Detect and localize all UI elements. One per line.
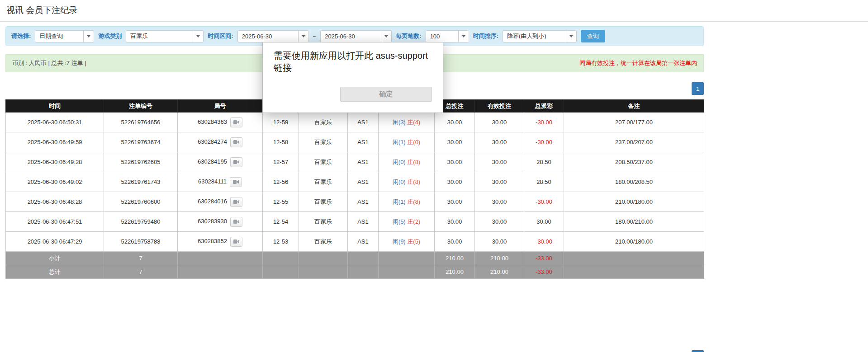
round-number: 630283852 — [198, 238, 227, 244]
result-player: 闲(0) — [393, 178, 406, 185]
table-row: 2025-06-30 06:49:59522619763674630284274… — [6, 132, 704, 152]
table-footer: 小计7210.00210.00-33.00总计7210.00210.00-33.… — [6, 252, 704, 279]
cell-time: 2025-06-30 06:47:29 — [6, 232, 104, 252]
round-number: 630284274 — [198, 138, 227, 145]
cell-valid-bet: 30.00 — [475, 192, 524, 212]
cell-total-bet-link[interactable]: 30.00 — [435, 232, 475, 252]
cell-total-bet-link[interactable]: 30.00 — [435, 192, 475, 212]
video-camera-icon — [233, 219, 239, 224]
chevron-down-icon — [83, 31, 94, 42]
page-size-input[interactable]: 100 — [426, 30, 469, 42]
dialog-confirm-button[interactable]: 确定 — [340, 87, 432, 102]
page-1-button[interactable]: 1 — [692, 350, 704, 352]
cell-round: 630284111 — [178, 172, 263, 192]
cell-total-bet-link[interactable]: 30.00 — [435, 132, 475, 152]
view-video-button[interactable] — [230, 157, 242, 167]
cell-bet-id: 522619759480 — [104, 212, 178, 232]
cell-payout: -30.00 — [524, 113, 564, 132]
date-from-input[interactable]: 2025-06-30 — [237, 30, 309, 42]
search-button[interactable]: 查询 — [581, 30, 605, 42]
table-row: 2025-06-30 06:47:51522619759480630283930… — [6, 212, 704, 232]
cell-total-bet-link[interactable]: 30.00 — [435, 172, 475, 192]
subtotal-row: 小计7210.00210.00-33.00 — [6, 252, 704, 265]
dialog-message: 需要使用新应用以打开此 asus-support 链接 — [274, 50, 432, 74]
total-row: 总计7210.00210.00-33.00 — [6, 265, 704, 279]
cell-game: 百家乐 — [299, 152, 348, 172]
query-type-dropdown[interactable]: 日期查询 — [35, 30, 94, 42]
cell-time: 2025-06-30 06:48:28 — [6, 192, 104, 212]
cell-round: 630284274 — [178, 132, 263, 152]
result-player: 闲(3) — [393, 119, 406, 126]
time-sort-label: 时间排序: — [473, 32, 498, 40]
cell-table-code: AS1 — [348, 113, 379, 132]
cell-valid-bet: 30.00 — [475, 232, 524, 252]
cell-result: 闲(0) 庄(8) — [379, 172, 435, 192]
time-range-label: 时间区间: — [208, 32, 233, 40]
cell-shoe-round: 12-56 — [263, 172, 299, 192]
footer-count: 7 — [104, 252, 178, 265]
result-banker: 庄(2) — [407, 218, 420, 225]
footer-valid-bet: 210.00 — [475, 252, 524, 265]
game-type-dropdown[interactable]: 百家乐 — [126, 30, 204, 42]
cell-bet-id: 522619764656 — [104, 113, 178, 132]
cell-game: 百家乐 — [299, 132, 348, 152]
cell-payout: 28.50 — [524, 152, 564, 172]
cell-time: 2025-06-30 06:49:28 — [6, 152, 104, 172]
cell-shoe-round: 12-59 — [263, 113, 299, 132]
view-video-button[interactable] — [230, 237, 242, 247]
footer-payout: -33.00 — [524, 265, 564, 279]
footer-empty — [348, 252, 379, 265]
cell-round: 630284016 — [178, 192, 263, 212]
footer-empty — [299, 252, 348, 265]
cell-note: 237.00/207.00 — [564, 132, 704, 152]
date-from-value: 2025-06-30 — [238, 31, 298, 42]
footer-total-bet: 210.00 — [435, 252, 475, 265]
cell-note: 180.00/210.00 — [564, 212, 704, 232]
page-size-label: 每页笔数: — [396, 32, 421, 40]
video-camera-icon — [233, 239, 239, 244]
view-video-button[interactable] — [230, 137, 242, 147]
cell-payout: 28.50 — [524, 172, 564, 192]
chevron-down-icon — [381, 31, 391, 42]
cell-note: 208.50/237.00 — [564, 152, 704, 172]
cell-shoe-round: 12-53 — [263, 232, 299, 252]
chevron-down-icon — [193, 31, 203, 42]
valid-bet-warning: 同局有效投注，统一计算在该局第一张注单内 — [579, 59, 697, 67]
footer-empty — [178, 252, 263, 265]
time-sort-dropdown[interactable]: 降幂(由大到小) — [503, 30, 577, 42]
cell-round: 630283852 — [178, 232, 263, 252]
view-video-button[interactable] — [230, 177, 242, 187]
cell-total-bet-link[interactable]: 30.00 — [435, 152, 475, 172]
page-1-button[interactable]: 1 — [692, 82, 704, 95]
cell-time: 2025-06-30 06:49:02 — [6, 172, 104, 192]
cell-shoe-round: 12-57 — [263, 152, 299, 172]
cell-note: 210.00/180.00 — [564, 192, 704, 212]
view-video-button[interactable] — [230, 217, 242, 227]
column-header: 有效投注 — [475, 100, 524, 113]
cell-total-bet-link[interactable]: 30.00 — [435, 212, 475, 232]
cell-bet-id: 522619763674 — [104, 132, 178, 152]
video-camera-icon — [233, 199, 239, 204]
cell-game: 百家乐 — [299, 192, 348, 212]
view-video-button[interactable] — [230, 117, 242, 127]
round-number: 630284111 — [198, 178, 227, 185]
game-type-value: 百家乐 — [126, 31, 193, 42]
cell-total-bet-link[interactable]: 30.00 — [435, 113, 475, 132]
date-to-value: 2025-06-30 — [321, 31, 381, 42]
pagination-bottom: 1 — [5, 350, 704, 352]
view-video-button[interactable] — [230, 197, 242, 207]
table-row: 2025-06-30 06:49:02522619761743630284111… — [6, 172, 704, 192]
result-banker: 庄(8) — [407, 159, 420, 165]
cell-shoe-round: 12-58 — [263, 132, 299, 152]
column-header: 时间 — [6, 100, 104, 113]
footer-label: 总计 — [6, 265, 104, 279]
table-row: 2025-06-30 06:48:28522619760600630284016… — [6, 192, 704, 212]
cell-shoe-round: 12-54 — [263, 212, 299, 232]
footer-empty — [263, 252, 299, 265]
cell-payout: -30.00 — [524, 132, 564, 152]
page-size-value: 100 — [426, 31, 458, 42]
cell-bet-id: 522619760600 — [104, 192, 178, 212]
date-to-input[interactable]: 2025-06-30 — [320, 30, 392, 42]
footer-count: 7 — [104, 265, 178, 279]
footer-note — [564, 252, 704, 265]
